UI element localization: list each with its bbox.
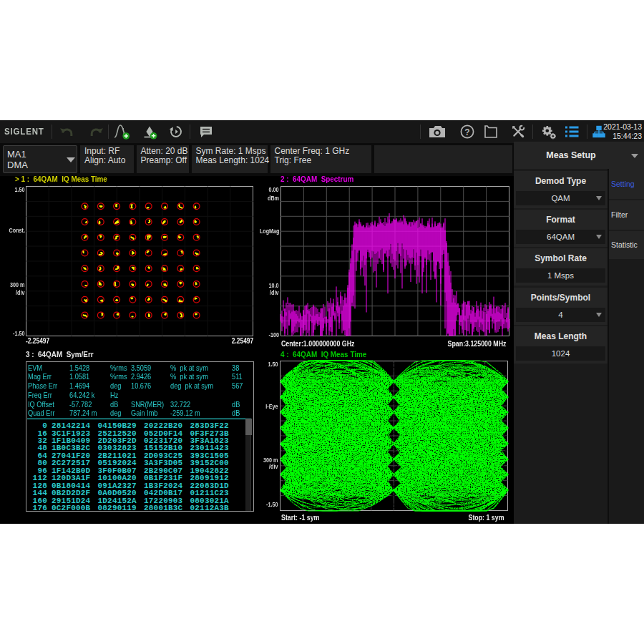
svg-text:?: ? — [464, 127, 469, 137]
